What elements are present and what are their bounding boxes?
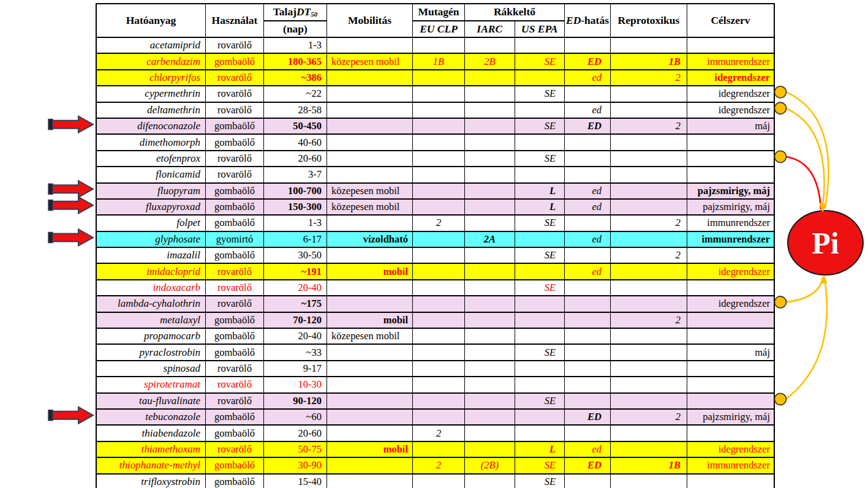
cell-eu-clp [413, 264, 465, 280]
cell-eu-clp [413, 280, 465, 296]
cell-name: folpet [97, 216, 206, 231]
cell-ed [565, 296, 611, 312]
cell-celszerv: immunrendszer [687, 232, 774, 248]
cell-mobility: közepesen mobil [327, 329, 413, 345]
table-body: acetamipridrovarölő1-3carbendazimgombaöl… [97, 38, 774, 488]
cell-celszerv [687, 313, 774, 329]
cell-ed [565, 345, 611, 361]
cell-reprotoxikus [611, 232, 687, 248]
row-pointer-arrow [53, 407, 93, 424]
table-header: Hatóanyag Használat Talaj DT50 (nap) Mob… [97, 4, 774, 38]
cell-dt50: 20-60 [264, 151, 327, 167]
cell-use: gombaölő [206, 345, 264, 361]
cell-us-epa [515, 38, 565, 54]
cell-ed: ED [565, 54, 611, 70]
column-header-mutagen: Mutagén EU CLP [413, 4, 465, 37]
cell-reprotoxikus [611, 345, 687, 361]
cell-ed [565, 426, 611, 441]
cell-name: imidacloprid [97, 264, 206, 280]
cell-dt50: 1-3 [264, 216, 327, 231]
cell-name: thiophanate-methyl [97, 458, 206, 474]
cell-celszerv: idegrendszer [687, 264, 774, 280]
cell-celszerv [687, 394, 774, 410]
row-pointer-arrow [53, 197, 93, 214]
cell-reprotoxikus: 2 [611, 410, 687, 426]
cell-mobility [327, 70, 413, 86]
cell-use: rovarölő [206, 280, 264, 296]
cell-ed [565, 394, 611, 410]
cell-name: tebuconazole [97, 410, 206, 426]
cell-use: gombaölő [206, 119, 264, 135]
cell-ed: ed [565, 232, 611, 248]
cell-iarc [465, 296, 515, 312]
cell-dt50: 50-75 [264, 442, 327, 458]
cell-name: trifloxystrobin [97, 475, 206, 488]
cell-use: rovarölő [206, 86, 264, 102]
cell-name: fluxapyroxad [97, 200, 206, 216]
cell-mobility: mobil [327, 442, 413, 458]
cell-iarc [465, 329, 515, 345]
cell-us-epa: SE [515, 54, 565, 70]
column-header-eu-clp: EU CLP [413, 21, 464, 37]
cell-us-epa: L [515, 442, 565, 458]
cell-ed: ed [565, 184, 611, 200]
cell-us-epa: SE [515, 394, 565, 410]
cell-eu-clp [413, 345, 465, 361]
cell-name: difenoconazole [97, 119, 206, 135]
cell-iarc [465, 38, 515, 54]
cell-reprotoxikus [611, 377, 687, 393]
cell-ed [565, 475, 611, 488]
cell-mobility [327, 426, 413, 441]
cell-eu-clp [413, 313, 465, 329]
cell-use: rovarölő [206, 167, 264, 183]
cell-eu-clp [413, 394, 465, 410]
cell-name: spinosad [97, 361, 206, 377]
cell-celszerv: pajzsmirigy, máj [687, 200, 774, 216]
cell-name: chlorpyrifos [97, 70, 206, 86]
cell-ed [565, 248, 611, 264]
cell-iarc [465, 345, 515, 361]
cell-dt50: 20-60 [264, 426, 327, 441]
connector-curve [786, 108, 825, 208]
cell-celszerv [687, 426, 774, 441]
cell-mobility: vízoldható [327, 232, 413, 248]
cell-celszerv [687, 377, 774, 393]
cell-us-epa: SE [515, 216, 565, 231]
cell-eu-clp [413, 248, 465, 264]
cell-mobility [327, 167, 413, 183]
column-header-celszerv: Célszerv [687, 4, 774, 37]
cell-iarc [465, 426, 515, 441]
cell-dt50: 20-40 [264, 329, 327, 345]
column-header-rakkelto-top: Rákkeltő [465, 4, 564, 21]
cell-use: rovarölő [206, 103, 264, 119]
cell-use: gombaölő [206, 313, 264, 329]
cell-mobility: mobil [327, 264, 413, 280]
cell-use: gombaölő [206, 184, 264, 200]
cell-dt50: 28-58 [264, 103, 327, 119]
cell-reprotoxikus [611, 442, 687, 458]
connector-curve [786, 278, 827, 399]
cell-ed [565, 167, 611, 183]
cell-us-epa: SE [515, 151, 565, 167]
row-connector-dot [775, 296, 787, 308]
cell-dt50: 9-17 [264, 361, 327, 377]
cell-eu-clp [413, 377, 465, 393]
cell-iarc [465, 394, 515, 410]
cell-dt50: 90-120 [264, 394, 327, 410]
cell-ed: ed [565, 200, 611, 216]
cell-ed: ED [565, 119, 611, 135]
cell-iarc [465, 442, 515, 458]
cell-iarc [465, 216, 515, 231]
cell-eu-clp [413, 38, 465, 54]
cell-iarc [465, 70, 515, 86]
row-connector-dot [775, 393, 787, 405]
cell-use: gombaölő [206, 410, 264, 426]
cell-use: rovarölő [206, 38, 264, 54]
cell-reprotoxikus [611, 135, 687, 151]
cell-eu-clp [413, 151, 465, 167]
cell-celszerv [687, 475, 774, 488]
cell-reprotoxikus: 2 [611, 216, 687, 231]
cell-celszerv: idegrendszer [687, 70, 774, 86]
cell-iarc [465, 475, 515, 488]
cell-eu-clp [413, 200, 465, 216]
